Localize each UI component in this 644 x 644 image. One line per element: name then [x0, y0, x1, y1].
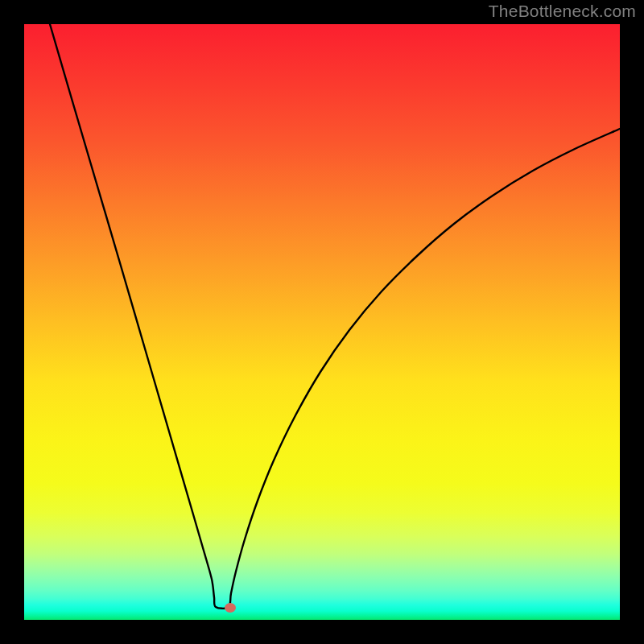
bottleneck-curve	[50, 24, 620, 609]
chart-frame: TheBottleneck.com	[0, 0, 644, 644]
vertex-dot	[225, 603, 236, 613]
chart-svg	[24, 24, 620, 620]
watermark-text: TheBottleneck.com	[489, 2, 636, 21]
plot-area	[24, 24, 620, 620]
